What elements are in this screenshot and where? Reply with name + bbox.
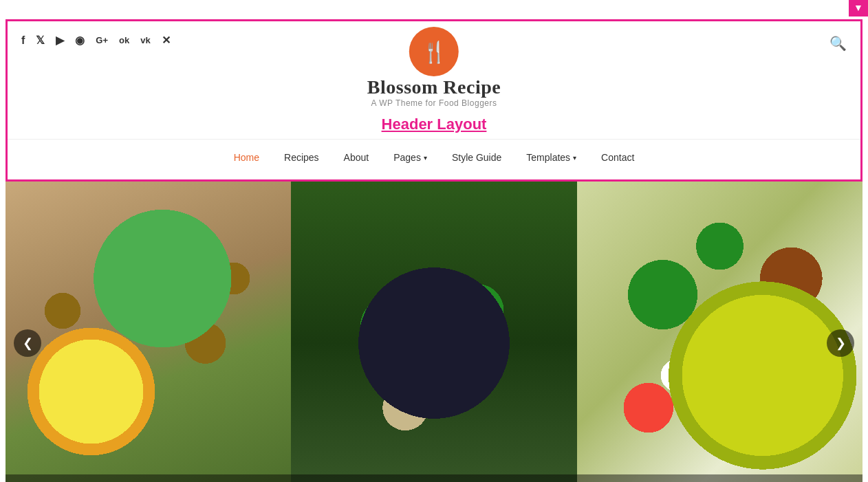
nav-label-style-guide: Style Guide — [452, 152, 501, 163]
nav-bar: Home Recipes About Pages ▾ Style Guide T… — [8, 139, 860, 179]
next-arrow-button[interactable]: ❯ — [827, 329, 854, 357]
nav-item-templates[interactable]: Templates ▾ — [514, 146, 589, 168]
youtube-icon[interactable]: ▶ — [56, 34, 64, 47]
nav-label-about: About — [344, 152, 369, 163]
nav-label-contact: Contact — [601, 152, 634, 163]
nav-label-home: Home — [234, 152, 259, 163]
header-wrapper: f 𝕏 ▶ ◉ G+ ok vk ✕ 🍴 Blossom Recipe A WP… — [6, 19, 862, 182]
twitter-icon[interactable]: 𝕏 — [36, 34, 45, 47]
nav-item-home[interactable]: Home — [221, 146, 272, 168]
slide-card-1[interactable]: Egg Capsicum Beans and — [6, 182, 291, 482]
nav-label-templates: Templates — [526, 152, 570, 163]
slide-card-2[interactable]: Warm Salads for — [291, 182, 576, 482]
xing-icon[interactable]: ✕ — [162, 34, 171, 47]
slide-card-3[interactable]: Homemade Black Bean — [577, 182, 862, 482]
logo-circle: 🍴 — [409, 27, 459, 76]
nav-item-recipes[interactable]: Recipes — [272, 146, 332, 168]
prev-arrow-icon: ❮ — [23, 336, 33, 351]
logo-text-block: Blossom Recipe A WP Theme for Food Blogg… — [367, 76, 501, 108]
facebook-icon[interactable]: f — [21, 34, 25, 47]
instagram-icon[interactable]: ◉ — [75, 34, 85, 47]
site-title: Blossom Recipe — [367, 76, 501, 98]
nav-item-about[interactable]: About — [332, 146, 382, 168]
slide-caption-1: Egg Capsicum Beans and — [6, 474, 291, 482]
next-arrow-icon: ❯ — [836, 336, 846, 351]
admin-bar-icon: ▼ — [854, 3, 863, 14]
odnoklassniki-icon[interactable]: ok — [119, 35, 129, 45]
search-button[interactable]: 🔍 — [829, 35, 847, 52]
image-slider: ❮ Egg Capsicum Beans and Warm Salads for… — [6, 182, 862, 482]
nav-label-recipes: Recipes — [284, 152, 319, 163]
pages-chevron-icon: ▾ — [424, 154, 427, 162]
prev-arrow-button[interactable]: ❮ — [14, 329, 41, 357]
logo-fork-icon: 🍴 — [422, 40, 447, 64]
slide-caption-3: Homemade Black Bean — [577, 474, 862, 482]
search-icon: 🔍 — [829, 36, 847, 51]
logo-area[interactable]: 🍴 Blossom Recipe A WP Theme for Food Blo… — [367, 27, 501, 113]
templates-chevron-icon: ▾ — [573, 154, 576, 162]
nav-item-style-guide[interactable]: Style Guide — [440, 146, 514, 168]
nav-label-pages: Pages — [393, 152, 421, 163]
admin-bar[interactable]: ▼ — [849, 0, 868, 17]
slide-caption-2: Warm Salads for — [291, 474, 576, 482]
content-area: ❮ Egg Capsicum Beans and Warm Salads for… — [6, 182, 862, 482]
vk-icon[interactable]: vk — [140, 35, 150, 45]
nav-item-contact[interactable]: Contact — [589, 146, 647, 168]
nav-item-pages[interactable]: Pages ▾ — [381, 146, 440, 168]
google-plus-icon[interactable]: G+ — [96, 35, 108, 45]
site-subtitle: A WP Theme for Food Bloggers — [367, 98, 501, 108]
